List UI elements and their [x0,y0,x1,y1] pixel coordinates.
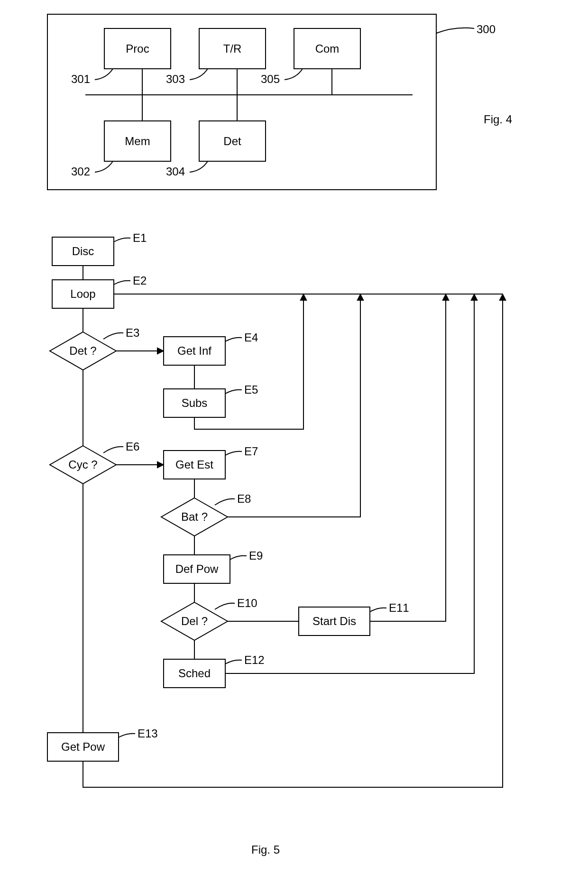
fig4-caption: Fig. 4 [484,113,512,126]
svg-text:Loop: Loop [70,287,95,300]
ref-e8: E8 [237,492,251,505]
svg-text:Subs: Subs [182,396,208,409]
ref-301: 301 [71,73,90,85]
node-getinf: Get Inf E4 [164,331,258,365]
node-loop: Loop E2 [52,274,147,308]
node-batq: Bat ? E8 [161,492,251,536]
ref-e13: E13 [138,727,158,740]
ref-e5: E5 [244,383,258,396]
svg-text:Cyc ?: Cyc ? [68,458,97,471]
node-detq: Det ? E3 [50,326,139,370]
node-delq: Del ? E10 [161,597,257,640]
node-startdis: Start Dis E11 [299,601,409,635]
ref-302: 302 [71,165,90,178]
node-cycq: Cyc ? E6 [50,440,139,484]
node-sched: Sched E12 [164,654,265,688]
ref-e9: E9 [249,549,263,562]
svg-text:Def Pow: Def Pow [175,562,219,575]
fig4: 300 Proc 301 T/R 303 Com 305 [47,14,512,190]
node-getest: Get Est E7 [164,445,258,479]
ref-e12: E12 [244,654,265,666]
ref-e6: E6 [126,440,139,453]
svg-text:Det ?: Det ? [69,344,96,357]
ref-304: 304 [166,165,185,178]
svg-text:Get Inf: Get Inf [177,344,211,357]
svg-text:Det: Det [223,135,241,147]
svg-text:Sched: Sched [178,667,211,680]
svg-text:Com: Com [315,42,340,55]
svg-text:Disc: Disc [72,245,94,258]
ref-e4: E4 [244,331,258,344]
ref-e7: E7 [244,445,258,458]
svg-text:T/R: T/R [223,42,242,55]
svg-text:Start Dis: Start Dis [312,615,356,627]
fig4-container-ref: 300 [477,23,496,36]
svg-text:Del ?: Del ? [181,615,208,627]
fig5: Disc E1 Loop E2 Det ? E3 Get Inf E4 [47,231,503,856]
ref-e10: E10 [237,597,257,609]
svg-text:Mem: Mem [125,135,150,147]
ref-305: 305 [261,73,280,85]
svg-text:Bat ?: Bat ? [181,510,208,523]
ref-303: 303 [166,73,185,85]
svg-text:Proc: Proc [126,42,149,55]
node-defpow: Def Pow E9 [164,549,263,583]
ref-e3: E3 [126,326,139,339]
node-disc: Disc E1 [52,231,147,266]
ref-e2: E2 [133,274,147,287]
ref-e1: E1 [133,231,147,244]
node-getpow: Get Pow E13 [47,727,158,761]
fig5-caption: Fig. 5 [251,843,280,856]
svg-text:Get Est: Get Est [175,458,213,471]
node-subs: Subs E5 [164,383,258,417]
svg-text:Get Pow: Get Pow [61,740,105,753]
ref-e11: E11 [389,601,409,614]
